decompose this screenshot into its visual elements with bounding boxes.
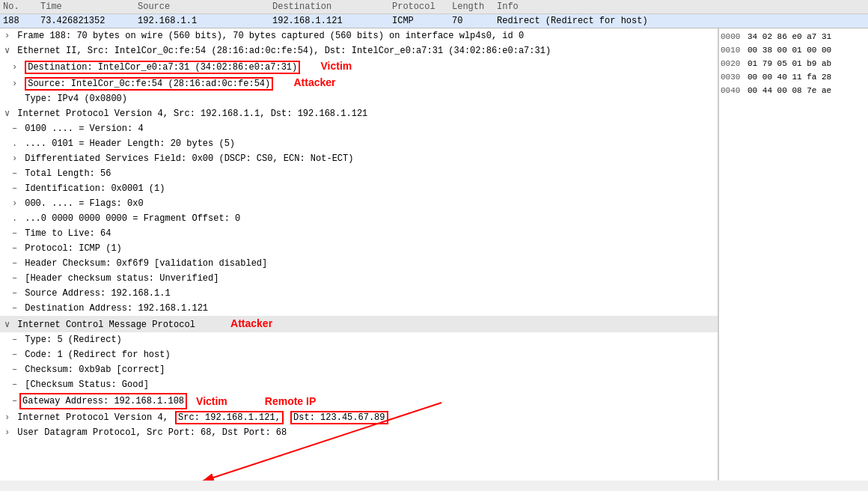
hex-addr-2: 0020: [721, 57, 748, 70]
icmp-type-text: Type: 5 (Redirect): [25, 335, 122, 345]
packet-source: 192.168.1.1: [138, 16, 272, 26]
eth-dst-line[interactable]: › Destination: IntelCor_e0:a7:31 (34:02:…: [0, 58, 718, 75]
col-header-protocol: Protocol: [392, 1, 452, 12]
col-header-info: Info: [497, 1, 865, 12]
ic-spacer: –: [12, 348, 19, 362]
hex-bytes-4: 00 44 00 08 7e ae: [748, 84, 867, 97]
frame-line[interactable]: › Frame 188: 70 bytes on wire (560 bits)…: [0, 28, 718, 43]
ipv4-line[interactable]: ∨ Internet Protocol Version 4, Src: 192.…: [0, 106, 718, 121]
cs-text: [Header checksum status: Unverified]: [25, 273, 218, 284]
cs-spacer: –: [12, 272, 19, 285]
checksum-line: – Header Checksum: 0xf6f9 [validation di…: [0, 256, 718, 271]
icmpc-spacer: –: [12, 363, 19, 376]
frame-arrow: ›: [4, 29, 12, 43]
icmp-checksum-line: – Checksum: 0xb9ab [correct]: [0, 362, 718, 377]
packet-row[interactable]: 188 73.426821352 192.168.1.1 192.168.1.1…: [0, 14, 868, 28]
frag-line: . ...0 0000 0000 0000 = Fragment Offset:…: [0, 211, 718, 226]
version-text: 0100 .... = Version: 4: [25, 123, 143, 134]
dscp-line[interactable]: › Differentiated Services Field: 0x00 (D…: [0, 151, 718, 166]
hlen-text: .... 0101 = Header Length: 20 bytes (5): [25, 138, 235, 149]
hex-row-2: 0020 01 79 05 01 b9 ab: [721, 57, 867, 70]
hex-addr-4: 0040: [721, 84, 748, 97]
flags-line[interactable]: › 000. .... = Flags: 0x0: [0, 196, 718, 211]
udp-text: User Datagram Protocol, Src Port: 68, Ds…: [17, 427, 287, 438]
ipv4-inner-line[interactable]: › Internet Protocol Version 4, Src: 192.…: [0, 410, 718, 425]
checksum-text: Header Checksum: 0xf6f9 [validation disa…: [25, 258, 267, 269]
packet-length: 70: [452, 16, 497, 26]
icmp-code-text: Code: 1 (Redirect for host): [25, 350, 170, 360]
totallen-line: – Total Length: 56: [0, 166, 718, 181]
ethernet-text: Ethernet II, Src: IntelCor_0c:fe:54 (28:…: [17, 46, 551, 56]
ipv4-inner-text: Internet Protocol Version 4,: [17, 412, 168, 423]
hex-addr-3: 0030: [721, 70, 748, 84]
version-spacer: –: [12, 122, 19, 135]
checksum-spacer: –: [12, 257, 19, 270]
udp-line[interactable]: › User Datagram Protocol, Src Port: 68, …: [0, 425, 718, 440]
col-header-length: Length: [452, 1, 497, 12]
ipv4-inner-dst: Dst: 123.45.67.89: [290, 411, 388, 424]
version-line: – 0100 .... = Version: 4: [0, 121, 718, 136]
ipv4-text: Internet Protocol Version 4, Src: 192.16…: [17, 109, 367, 119]
icmp-arrow: ∨: [4, 318, 12, 332]
proto-text: Protocol: ICMP (1): [25, 243, 122, 254]
ipv4-inner-src: Src: 192.168.1.121,: [175, 411, 284, 424]
totallen-spacer: –: [12, 167, 19, 180]
gateway-line: – Gateway Address: 192.168.1.108 Victim …: [0, 392, 718, 410]
checksum-status2-line: – [Checksum Status: Good]: [0, 377, 718, 392]
totallen-text: Total Length: 56: [25, 168, 111, 179]
hex-dump-panel: 0000 34 02 86 e0 a7 31 0010 00 38 00 01 …: [718, 28, 868, 481]
icmp-code-line: – Code: 1 (Redirect for host): [0, 347, 718, 362]
cs2-text: [Checksum Status: Good]: [25, 379, 149, 390]
hex-bytes-1: 00 38 00 01 00 00: [748, 43, 867, 57]
sa-spacer: –: [12, 287, 19, 300]
hlen-line: . .... 0101 = Header Length: 20 bytes (5…: [0, 136, 718, 151]
ttl-line: – Time to Live: 64: [0, 226, 718, 241]
packet-time: 73.426821352: [40, 16, 138, 26]
ipv4-arrow: ∨: [4, 107, 12, 121]
ident-line: – Identification: 0x0001 (1): [0, 181, 718, 196]
src-addr-text: Source Address: 192.168.1.1: [25, 288, 170, 299]
victim-annotation-1: Victim: [320, 60, 352, 72]
ethernet-line[interactable]: ∨ Ethernet II, Src: IntelCor_0c:fe:54 (2…: [0, 43, 718, 58]
victim-annotation-2: Victim: [196, 394, 227, 408]
flags-text: 000. .... = Flags: 0x0: [25, 198, 143, 209]
src-addr-line: – Source Address: 192.168.1.1: [0, 286, 718, 301]
gw-spacer: –: [12, 394, 19, 408]
col-header-no: No.: [3, 1, 40, 12]
hex-bytes-3: 00 00 40 11 fa 28: [748, 70, 867, 84]
hex-addr-1: 0010: [721, 43, 748, 57]
icmp-type-line: – Type: 5 (Redirect): [0, 332, 718, 347]
ident-spacer: –: [12, 182, 19, 195]
frag-spacer: .: [12, 212, 19, 225]
attacker-annotation-2: Attacker: [230, 317, 272, 329]
frag-text: ...0 0000 0000 0000 = Fragment Offset: 0: [25, 213, 240, 224]
hex-row-3: 0030 00 00 40 11 fa 28: [721, 70, 867, 84]
ipv4i-arrow: ›: [4, 411, 12, 424]
dscp-text: Differentiated Services Field: 0x00 (DSC…: [25, 153, 353, 164]
cs2-spacer: –: [12, 378, 19, 391]
ttl-text: Time to Live: 64: [25, 228, 111, 239]
eth-arrow: ∨: [4, 44, 12, 58]
packet-table-header: No. Time Source Destination Protocol Len…: [0, 0, 868, 14]
eth-src-arrow: ›: [12, 77, 19, 91]
frame-text: Frame 188: 70 bytes on wire (560 bits), …: [17, 31, 524, 41]
ident-text: Identification: 0x0001 (1): [25, 183, 165, 194]
checksum-status-line: – [Header checksum status: Unverified]: [0, 271, 718, 286]
flags-arrow: ›: [12, 197, 19, 210]
packet-details-panel: › Frame 188: 70 bytes on wire (560 bits)…: [0, 28, 718, 481]
packet-destination: 192.168.1.121: [272, 16, 392, 26]
remote-ip-annotation: Remote IP: [265, 394, 316, 408]
eth-type-line: Type: IPv4 (0x0800): [0, 91, 718, 106]
eth-src-line[interactable]: › Source: IntelCor_0c:fe:54 (28:16:ad:0c…: [0, 75, 718, 91]
it-spacer: –: [12, 333, 19, 347]
gateway-text: Gateway Address: 192.168.1.108: [19, 393, 187, 409]
hex-bytes-0: 34 02 86 e0 a7 31: [748, 30, 867, 43]
udp-arrow: ›: [4, 426, 12, 439]
icmp-header-line[interactable]: ∨ Internet Control Message Protocol Atta…: [0, 316, 718, 332]
eth-type-text: Type: IPv4 (0x0800): [25, 94, 127, 104]
hex-row-4: 0040 00 44 00 08 7e ae: [721, 84, 867, 97]
proto-line: – Protocol: ICMP (1): [0, 241, 718, 256]
packet-protocol: ICMP: [392, 16, 452, 26]
hex-row-0: 0000 34 02 86 e0 a7 31: [721, 30, 867, 43]
hex-addr-0: 0000: [721, 30, 748, 43]
